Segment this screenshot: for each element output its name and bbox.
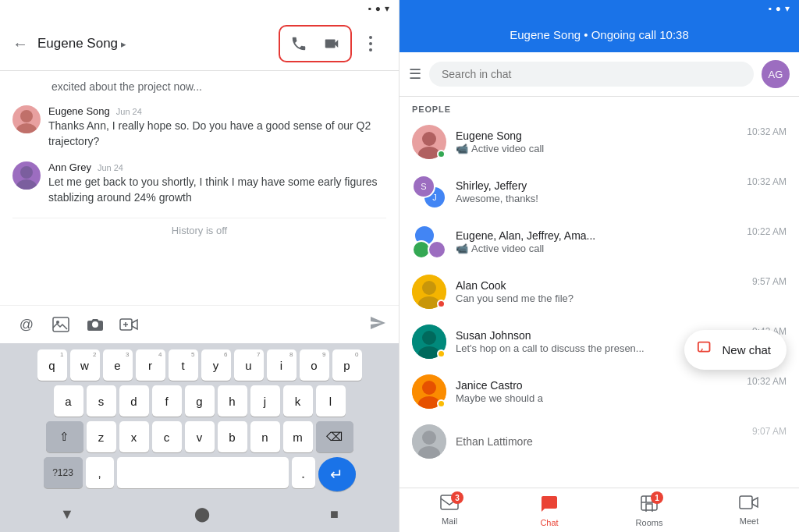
avatar-ann: [12, 161, 41, 190]
key-w[interactable]: 2w: [70, 349, 100, 381]
comma-key[interactable]: ,: [86, 457, 114, 488]
contact-name: Shirley, Jeffery: [456, 179, 737, 192]
status-dot-orange: [437, 399, 446, 408]
message-item: Ann Grey Jun 24 Let me get back to you s…: [12, 161, 386, 205]
enter-key[interactable]: ↵: [318, 457, 356, 491]
chat-icon: [540, 495, 559, 516]
delete-key[interactable]: ⌫: [316, 421, 353, 452]
nav-mail[interactable]: 3 Mail: [400, 488, 499, 532]
key-j[interactable]: j: [250, 385, 280, 417]
nav-meet[interactable]: Meet: [699, 488, 799, 532]
svg-point-2: [369, 48, 372, 51]
key-l[interactable]: l: [316, 385, 346, 417]
message-content: Eugene Song Jun 24 Thanks Ann, I really …: [48, 105, 386, 149]
status-dot-red: [437, 300, 446, 308]
phone-button[interactable]: [283, 28, 314, 59]
nav-chat[interactable]: Chat: [499, 488, 599, 532]
video-button[interactable]: [316, 28, 347, 59]
key-x[interactable]: x: [119, 421, 149, 452]
image-button[interactable]: [47, 310, 75, 339]
key-z[interactable]: z: [87, 421, 116, 452]
call-video-box: [279, 25, 352, 62]
signal-icon: ▾: [385, 3, 389, 14]
contact-item[interactable]: Janice Castro Maybe we should a 10:32 AM…: [400, 367, 799, 417]
key-e[interactable]: 3e: [103, 349, 133, 381]
android-recents-button[interactable]: ■: [330, 506, 339, 523]
key-o[interactable]: 9o: [300, 349, 329, 381]
contact-info: Eugene, Alan, Jeffrey, Ama... 📹 Active v…: [456, 229, 737, 254]
contact-sub: 📹 Active video call: [456, 143, 737, 154]
key-g[interactable]: g: [185, 385, 215, 417]
nav-chat-label: Chat: [540, 518, 558, 527]
key-n[interactable]: n: [250, 421, 280, 452]
message-text: Let me get back to you shortly, I think …: [48, 175, 386, 205]
right-panel: ▪ ● ▾ Eugene Song • Ongoing call 10:38 ☰…: [400, 0, 799, 532]
send-button[interactable]: [369, 315, 386, 335]
contact-item[interactable]: Ethan Lattimore 9:07 AM: [400, 417, 799, 466]
video-add-button[interactable]: [115, 310, 144, 339]
message-content: Ann Grey Jun 24 Let me get back to you s…: [48, 161, 386, 205]
key-d[interactable]: d: [119, 385, 149, 417]
key-s[interactable]: s: [87, 385, 116, 417]
shift-key[interactable]: ⇧: [46, 421, 83, 452]
continued-text: excited about the project now...: [12, 80, 386, 93]
message-text: Thanks Ann, I really hope so. Do you hav…: [48, 119, 386, 149]
contact-item[interactable]: S J Shirley, Jeffery Awesome, thanks! 10…: [400, 167, 799, 217]
key-h[interactable]: h: [218, 385, 247, 417]
chat-header-name: Eugene Song ▸: [37, 36, 279, 51]
wifi-icon-right: ●: [776, 3, 781, 14]
space-key[interactable]: [117, 457, 289, 488]
message-item: Eugene Song Jun 24 Thanks Ann, I really …: [12, 105, 386, 149]
contact-name: Eugene Song: [456, 129, 737, 142]
key-c[interactable]: c: [152, 421, 182, 452]
status-dot-orange: [437, 349, 446, 358]
mention-button[interactable]: @: [12, 310, 41, 339]
key-m[interactable]: m: [283, 421, 313, 452]
sym-key[interactable]: ?123: [44, 457, 83, 488]
keyboard: 1q 2w 3e 4r 5t 6y 7u 8i 9o 0p a s d f g …: [0, 343, 399, 499]
key-a[interactable]: a: [54, 385, 83, 417]
key-k[interactable]: k: [283, 385, 313, 417]
new-chat-icon: [697, 339, 714, 360]
keyboard-row-2: a s d f g h j k l: [3, 385, 396, 417]
contact-item[interactable]: Eugene, Alan, Jeffrey, Ama... 📹 Active v…: [400, 217, 799, 267]
contact-item[interactable]: Eugene Song 📹 Active video call 10:32 AM: [400, 117, 799, 167]
user-avatar[interactable]: AG: [762, 60, 790, 88]
key-q[interactable]: 1q: [37, 349, 67, 381]
nav-rooms[interactable]: 1 Rooms: [599, 488, 699, 532]
android-back-button[interactable]: ▼: [60, 506, 74, 523]
new-chat-popup[interactable]: New chat: [684, 330, 787, 370]
svg-point-1: [369, 42, 372, 45]
message-sender: Ann Grey: [48, 161, 91, 173]
video-icon: 📹: [456, 243, 468, 254]
key-y[interactable]: 6y: [201, 349, 231, 381]
menu-icon[interactable]: ☰: [409, 66, 421, 83]
avatar-eugene: [12, 105, 41, 133]
svg-point-6: [16, 179, 37, 190]
key-v[interactable]: v: [185, 421, 215, 452]
period-key[interactable]: .: [292, 457, 315, 488]
key-u[interactable]: 7u: [234, 349, 264, 381]
keyboard-row-3: ⇧ z x c v b n m ⌫: [3, 421, 396, 452]
key-b[interactable]: b: [218, 421, 247, 452]
status-bar-right: ▪ ● ▾: [400, 0, 799, 17]
key-p[interactable]: 0p: [332, 349, 362, 381]
svg-point-18: [422, 331, 436, 345]
contact-item[interactable]: Alan Cook Can you send me the file? 9:57…: [400, 267, 799, 317]
left-header: ← Eugene Song ▸: [0, 17, 399, 71]
key-r[interactable]: 4r: [136, 349, 165, 381]
key-f[interactable]: f: [152, 385, 182, 417]
camera-button[interactable]: [81, 310, 109, 339]
contact-sub: 📹 Active video call: [456, 243, 737, 254]
android-home-button[interactable]: ⬤: [194, 505, 210, 523]
key-i[interactable]: 8i: [267, 349, 297, 381]
search-input[interactable]: [429, 62, 754, 87]
more-options-button[interactable]: [355, 28, 386, 59]
back-button[interactable]: ←: [12, 35, 28, 53]
status-dot-green: [437, 150, 446, 158]
people-label: PEOPLE: [400, 97, 799, 117]
contact-time: 10:32 AM: [747, 376, 787, 387]
svg-point-15: [422, 281, 436, 295]
contact-name: Eugene, Alan, Jeffrey, Ama...: [456, 229, 737, 242]
key-t[interactable]: 5t: [169, 349, 198, 381]
